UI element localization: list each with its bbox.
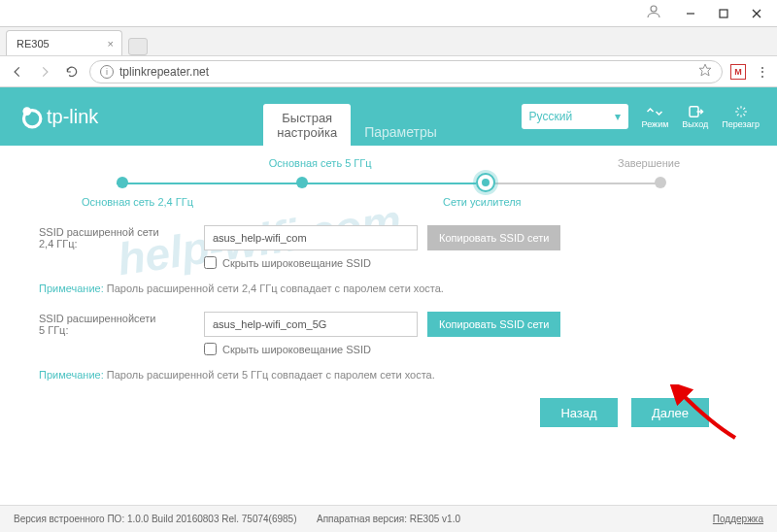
svg-point-0 (651, 6, 657, 12)
new-tab-button[interactable] (128, 38, 148, 55)
app-header: tp-link Быстрая настройка Параметры Русс… (0, 87, 777, 146)
note-5: Примечание: Пароль расширенной сети 5 ГГ… (39, 369, 738, 381)
label-hide-ssid-24: Скрыть широковещание SSID (222, 257, 371, 269)
wizard-nav-buttons: Назад Далее (39, 398, 709, 427)
svg-rect-2 (720, 10, 727, 17)
input-ssid-24[interactable] (204, 225, 418, 250)
gmail-extension-icon[interactable]: M (730, 64, 746, 80)
main-tabs: Быстрая настройка Параметры (263, 87, 450, 146)
copy-ssid-24-button[interactable]: Копировать SSID сети (427, 225, 560, 250)
mode-button[interactable]: Режим (642, 105, 669, 129)
browser-toolbar: i tplinkrepeater.net M ⋮ (0, 56, 777, 87)
label-hide-ssid-5: Скрыть широковещание SSID (222, 344, 371, 355)
reboot-button[interactable]: Перезагр (722, 105, 760, 129)
firmware-version: Версия встроенного ПО: 1.0.0 Build 20160… (14, 514, 297, 524)
nav-forward-button[interactable] (35, 62, 54, 82)
checkbox-hide-ssid-24[interactable] (204, 256, 217, 269)
wizard-step-2-dot (296, 177, 308, 188)
wizard-step-1-dot (117, 177, 128, 188)
wizard-step-3-dot-active (476, 173, 495, 192)
svg-line-14 (743, 114, 745, 116)
bookmark-star-icon[interactable] (698, 63, 712, 80)
chevron-down-icon: ▾ (615, 110, 621, 123)
logout-button[interactable]: Выход (682, 105, 708, 129)
main-content: Основная сеть 2,4 ГГц Основная сеть 5 ГГ… (0, 146, 777, 427)
wizard-step-4-dot (655, 177, 666, 188)
note-24: Примечание: Пароль расширенной сети 2,4 … (39, 283, 738, 294)
header-tools: Русский ▾ Режим Выход Перезагр (522, 104, 760, 129)
copy-ssid-5-button[interactable]: Копировать SSID сети (427, 312, 560, 337)
language-select[interactable]: Русский ▾ (522, 104, 628, 129)
wizard-step-2-label: Основная сеть 5 ГГц (269, 157, 372, 169)
svg-point-7 (22, 107, 31, 116)
svg-line-13 (737, 107, 739, 109)
next-button[interactable]: Далее (631, 398, 709, 427)
url-text: tplinkrepeater.net (119, 65, 209, 79)
checkbox-hide-ssid-5[interactable] (204, 343, 217, 355)
page-footer: Версия встроенного ПО: 1.0.0 Build 20160… (0, 505, 777, 532)
wizard-step-3-label: Сети усилителя (443, 196, 522, 208)
site-info-icon[interactable]: i (100, 65, 114, 79)
row-hide-ssid-24: Скрыть широковещание SSID (204, 256, 738, 269)
window-title-bar (0, 0, 777, 27)
row-hide-ssid-5: Скрыть широковещание SSID (204, 343, 738, 355)
nav-reload-button[interactable] (62, 62, 82, 82)
row-ssid-24: SSID расширенной сети 2,4 ГГц: Копироват… (39, 225, 738, 250)
svg-line-15 (737, 114, 739, 116)
browser-tab[interactable]: RE305 × (6, 30, 122, 55)
back-button[interactable]: Назад (540, 398, 618, 427)
chrome-user-icon[interactable] (645, 3, 662, 24)
label-ssid-5: SSID расширеннойсети 5 ГГц: (39, 313, 194, 336)
tab-parameters[interactable]: Параметры (351, 116, 451, 146)
wizard-progress: Основная сеть 2,4 ГГц Основная сеть 5 ГГ… (117, 161, 660, 216)
nav-back-button[interactable] (8, 62, 27, 82)
window-minimize-button[interactable] (674, 3, 707, 24)
wizard-step-1-label: Основная сеть 2,4 ГГц (82, 196, 193, 208)
window-maximize-button[interactable] (707, 3, 740, 24)
browser-tab-strip: RE305 × (0, 27, 777, 56)
window-close-button[interactable] (740, 3, 773, 24)
wizard-step-4-label: Завершение (618, 157, 680, 169)
brand-text: tp-link (47, 106, 98, 128)
tab-quick-setup[interactable]: Быстрая настройка (263, 104, 351, 146)
svg-marker-5 (699, 64, 711, 76)
hardware-version: Аппаратная версия: RE305 v1.0 (317, 514, 460, 524)
svg-line-16 (743, 107, 745, 109)
brand-logo: tp-link (17, 104, 98, 129)
tab-close-icon[interactable]: × (108, 38, 114, 50)
chrome-menu-icon[interactable]: ⋮ (756, 64, 769, 80)
row-ssid-5: SSID расширеннойсети 5 ГГц: Копировать S… (39, 312, 738, 337)
browser-tab-title: RE305 (17, 38, 50, 50)
label-ssid-24: SSID расширенной сети 2,4 ГГц: (39, 226, 194, 249)
support-link[interactable]: Поддержка (713, 514, 763, 524)
page-body: tp-link Быстрая настройка Параметры Русс… (0, 87, 777, 505)
address-bar[interactable]: i tplinkrepeater.net (89, 60, 723, 83)
input-ssid-5[interactable] (204, 312, 418, 337)
